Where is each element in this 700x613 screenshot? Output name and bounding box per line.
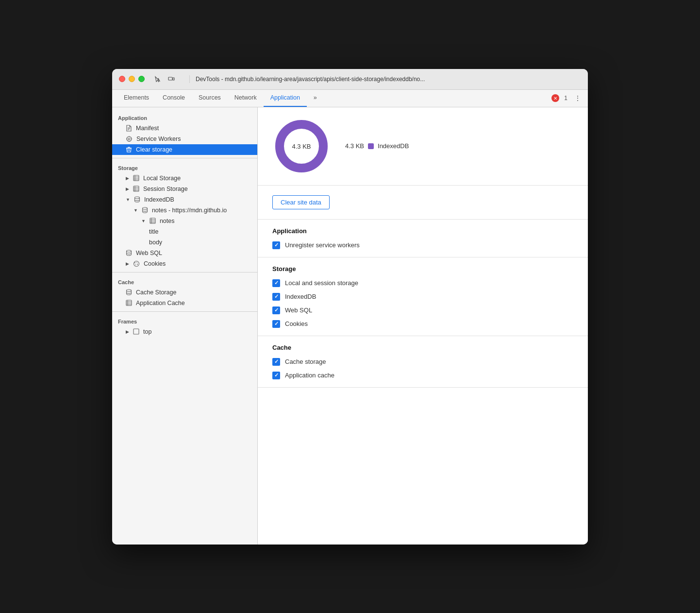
svg-rect-1 xyxy=(173,78,174,80)
sidebar-item-cookies[interactable]: ▶ Cookies xyxy=(112,258,257,269)
sep-3 xyxy=(112,311,257,312)
checkbox-app-cache-label: Application cache xyxy=(285,372,334,379)
svg-point-36 xyxy=(135,264,136,265)
settings-cache-section: Cache ✓ Cache storage ✓ Application cach… xyxy=(258,336,588,388)
app-cache-label: Application Cache xyxy=(136,300,185,306)
more-options-icon[interactable]: ⋮ xyxy=(572,93,583,103)
svg-point-25 xyxy=(142,207,147,209)
sidebar-section-application: Application xyxy=(112,111,257,123)
cache-storage-icon xyxy=(126,289,132,295)
sep-1 xyxy=(112,158,257,158)
svg-point-37 xyxy=(127,289,132,291)
content-area: 4.3 KB 4.3 KB IndexedDB Clear site data … xyxy=(258,107,588,545)
svg-rect-0 xyxy=(168,77,172,80)
maximize-button[interactable] xyxy=(138,76,145,82)
checkbox-app-cache: ✓ Application cache xyxy=(272,372,573,379)
checkbox-local-session: ✓ Local and session storage xyxy=(272,279,573,287)
sidebar-item-title-field[interactable]: title xyxy=(112,226,257,237)
sidebar-item-manifest[interactable]: Manifest xyxy=(112,123,257,134)
websql-icon xyxy=(126,250,132,256)
checkbox-cache-storage-label: Cache storage xyxy=(285,358,326,365)
checkbox-cookies-input[interactable]: ✓ xyxy=(272,320,280,328)
donut-center-label: 4.3 KB xyxy=(292,142,311,150)
settings-application-section: Application ✓ Unregister service workers xyxy=(258,220,588,257)
tab-sources[interactable]: Sources xyxy=(192,90,228,107)
manifest-icon xyxy=(126,125,132,132)
checkbox-app-cache-input[interactable]: ✓ xyxy=(272,372,280,379)
svg-point-35 xyxy=(137,264,138,265)
checkmark-icon: ✓ xyxy=(274,280,279,286)
checkbox-unregister-sw-input[interactable]: ✓ xyxy=(272,241,280,249)
legend-label-indexeddb: IndexedDB xyxy=(378,142,409,150)
sidebar-item-local-storage[interactable]: ▶ Local Storage xyxy=(112,173,257,184)
legend-color-indexeddb xyxy=(368,143,374,149)
tab-network[interactable]: Network xyxy=(228,90,264,107)
svg-point-33 xyxy=(134,262,135,263)
device-toggle-icon[interactable] xyxy=(166,74,177,85)
service-workers-icon xyxy=(126,136,133,142)
frame-chevron: ▶ xyxy=(126,329,129,334)
checkmark-icon: ✓ xyxy=(274,307,279,313)
indexeddb-icon xyxy=(134,196,140,203)
tab-more[interactable]: » xyxy=(307,90,324,107)
settings-storage-title: Storage xyxy=(272,265,573,272)
app-cache-icon xyxy=(126,300,132,306)
svg-point-6 xyxy=(128,138,130,140)
checkbox-unregister-sw-label: Unregister service workers xyxy=(285,241,360,249)
sidebar-item-top-frame[interactable]: ▶ top xyxy=(112,326,257,337)
title-field-label: title xyxy=(149,228,158,235)
tab-console[interactable]: Console xyxy=(156,90,192,107)
sidebar-item-session-storage[interactable]: ▶ Session Storage xyxy=(112,184,257,194)
sidebar-item-app-cache[interactable]: Application Cache xyxy=(112,298,257,308)
legend-item-indexeddb: 4.3 KB IndexedDB xyxy=(345,142,409,150)
checkbox-unregister-sw: ✓ Unregister service workers xyxy=(272,241,573,249)
manifest-label: Manifest xyxy=(136,125,159,132)
sidebar-item-notes-table[interactable]: ▼ notes xyxy=(112,216,257,226)
local-storage-label: Local Storage xyxy=(143,175,181,182)
sidebar-item-service-workers[interactable]: Service Workers xyxy=(112,134,257,144)
titlebar-tool-icons xyxy=(152,74,177,85)
local-storage-icon xyxy=(133,175,139,181)
error-badge: ✕ xyxy=(551,94,559,102)
notes-db-icon xyxy=(142,207,148,213)
sep-2 xyxy=(112,272,257,272)
checkbox-cache-storage-input[interactable]: ✓ xyxy=(272,358,280,366)
donut-section: 4.3 KB 4.3 KB IndexedDB xyxy=(258,107,588,186)
inspect-icon[interactable] xyxy=(152,74,163,85)
settings-application-title: Application xyxy=(272,227,573,235)
notes-table-label: notes xyxy=(160,218,175,224)
clear-section: Clear site data xyxy=(258,186,588,220)
close-button[interactable] xyxy=(119,76,125,82)
cookies-chevron: ▶ xyxy=(126,261,129,266)
tab-application[interactable]: Application xyxy=(264,90,307,107)
titlebar: DevTools - mdn.github.io/learning-area/j… xyxy=(112,69,588,90)
minimize-button[interactable] xyxy=(129,76,135,82)
checkmark-icon: ✓ xyxy=(274,293,279,300)
checkmark-icon: ✓ xyxy=(274,358,279,365)
tab-elements[interactable]: Elements xyxy=(117,90,156,107)
checkmark-icon: ✓ xyxy=(274,242,279,248)
session-storage-chevron: ▶ xyxy=(126,187,129,191)
checkbox-indexeddb-input[interactable]: ✓ xyxy=(272,293,280,301)
svg-rect-43 xyxy=(133,329,139,334)
notes-db-label: notes - https://mdn.github.io xyxy=(152,207,227,214)
cookies-label: Cookies xyxy=(144,260,166,267)
body-field-label: body xyxy=(149,239,162,246)
url-display: DevTools - mdn.github.io/learning-area/j… xyxy=(196,76,581,83)
checkbox-websql-label: Web SQL xyxy=(285,306,312,314)
clear-site-data-button[interactable]: Clear site data xyxy=(272,195,330,209)
sidebar-item-indexeddb[interactable]: ▼ IndexedDB xyxy=(112,194,257,205)
sidebar-item-clear-storage[interactable]: Clear storage xyxy=(112,144,257,155)
sidebar-item-websql[interactable]: Web SQL xyxy=(112,248,257,258)
session-storage-icon xyxy=(133,186,139,192)
sidebar-item-body-field[interactable]: body xyxy=(112,237,257,248)
svg-point-5 xyxy=(127,136,132,141)
checkbox-cookies: ✓ Cookies xyxy=(272,320,573,328)
sidebar-item-cache-storage[interactable]: Cache Storage xyxy=(112,287,257,298)
sidebar-item-notes-db[interactable]: ▼ notes - https://mdn.github.io xyxy=(112,205,257,216)
notes-table-chevron: ▼ xyxy=(141,219,146,223)
checkbox-local-session-input[interactable]: ✓ xyxy=(272,279,280,287)
clear-storage-label: Clear storage xyxy=(136,146,172,153)
checkbox-websql-input[interactable]: ✓ xyxy=(272,306,280,314)
notes-table-icon xyxy=(150,218,156,224)
